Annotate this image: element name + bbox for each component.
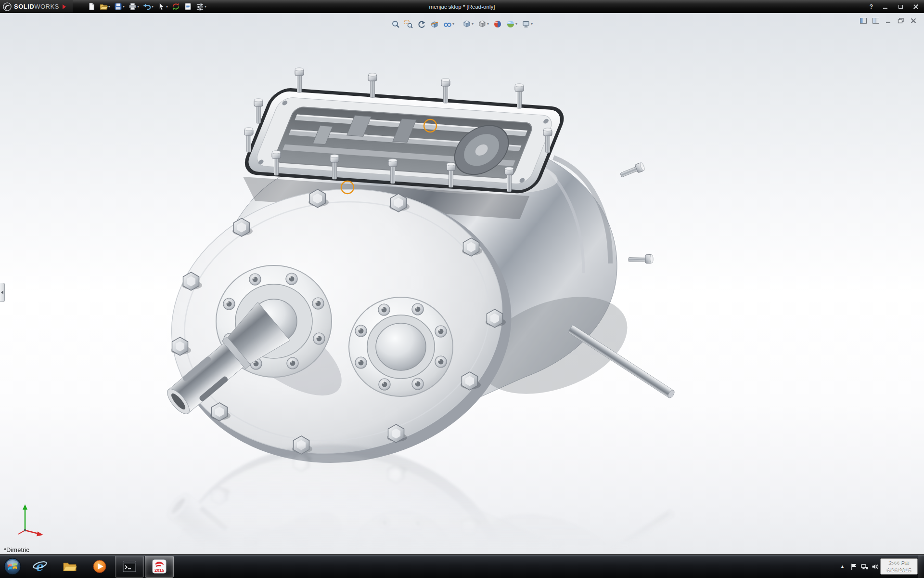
hide-show-items-button[interactable]: ▾ bbox=[442, 19, 456, 29]
help-button[interactable]: ? bbox=[868, 3, 875, 10]
start-button[interactable] bbox=[0, 555, 25, 578]
document-minimize-button[interactable] bbox=[884, 16, 893, 25]
previous-view-button[interactable] bbox=[416, 19, 427, 29]
network-icon bbox=[861, 563, 868, 570]
zoom-to-area-button[interactable] bbox=[403, 19, 414, 29]
view-settings-button[interactable]: ▾ bbox=[520, 19, 534, 29]
section-view-button[interactable] bbox=[429, 19, 440, 29]
orientation-triad bbox=[7, 499, 47, 539]
apply-scene-icon bbox=[506, 20, 515, 28]
show-desktop-button[interactable] bbox=[918, 555, 924, 578]
system-tray: ▲ bbox=[836, 555, 924, 578]
taskbar-media-player-button[interactable] bbox=[85, 556, 114, 578]
open-button[interactable]: ▾ bbox=[98, 1, 112, 12]
new-document-button[interactable] bbox=[86, 1, 97, 12]
split-pane-icon bbox=[873, 18, 879, 24]
apply-scene-button[interactable]: ▾ bbox=[505, 19, 519, 29]
undo-icon bbox=[143, 2, 151, 11]
brand-arrow-icon bbox=[63, 4, 66, 9]
windows-start-icon bbox=[3, 557, 22, 576]
new-document-icon bbox=[88, 2, 96, 11]
edit-appearance-button[interactable] bbox=[492, 19, 503, 29]
document-window-controls bbox=[859, 16, 918, 25]
taskbar-internet-explorer-button[interactable]: e bbox=[26, 556, 54, 578]
document-restore-button[interactable] bbox=[896, 16, 906, 25]
view-orientation-icon bbox=[462, 20, 471, 28]
options-icon bbox=[196, 2, 204, 11]
zoom-to-fit-icon bbox=[391, 20, 400, 28]
save-button[interactable]: ▾ bbox=[113, 1, 126, 12]
solidworks-logo: SOLIDWORKS bbox=[0, 0, 73, 13]
graphics-area[interactable]: ▾ ▾ ▾ bbox=[0, 13, 924, 554]
zoom-to-fit-button[interactable] bbox=[390, 19, 401, 29]
taskbar-clock[interactable]: 2:44 PM 6/26/2015 bbox=[880, 558, 918, 575]
taskbar-command-prompt-button[interactable] bbox=[115, 556, 144, 578]
featuremanager-pane-button[interactable] bbox=[859, 16, 868, 25]
solidworks-year-badge: 2015 bbox=[154, 568, 164, 573]
featuremanager-pane-icon bbox=[860, 18, 867, 24]
display-style-icon bbox=[478, 20, 487, 28]
split-pane-button[interactable] bbox=[871, 16, 881, 25]
network-button[interactable] bbox=[859, 555, 870, 578]
internet-explorer-icon: e bbox=[32, 559, 48, 574]
feature-panel-collapse-tab[interactable] bbox=[0, 283, 5, 302]
folder-icon bbox=[62, 559, 77, 574]
minimize-button[interactable] bbox=[880, 3, 890, 11]
file-properties-button[interactable] bbox=[182, 1, 193, 12]
document-title: menjac sklop * [Read-only] bbox=[429, 4, 495, 10]
taskbar-solidworks-button[interactable]: 2015 bbox=[145, 556, 174, 578]
maximize-button[interactable] bbox=[895, 3, 906, 11]
options-button[interactable]: ▾ bbox=[194, 1, 208, 12]
volume-icon bbox=[872, 563, 879, 570]
rebuild-button[interactable] bbox=[170, 1, 181, 12]
document-minimize-icon bbox=[885, 18, 892, 24]
previous-view-icon bbox=[417, 20, 426, 28]
desktop: SOLIDWORKS ▾ bbox=[0, 0, 924, 578]
dassault-systemes-icon bbox=[3, 2, 12, 11]
hide-show-items-icon bbox=[443, 20, 452, 28]
section-view-icon bbox=[430, 20, 439, 28]
print-button[interactable]: ▾ bbox=[127, 1, 141, 12]
taskbar-apps: e bbox=[25, 555, 174, 578]
select-button[interactable]: ▾ bbox=[156, 1, 169, 12]
close-button[interactable] bbox=[911, 3, 921, 11]
show-hidden-icons-button[interactable]: ▲ bbox=[836, 562, 848, 571]
save-icon bbox=[114, 2, 122, 11]
volume-button[interactable] bbox=[870, 555, 880, 578]
titlebar: SOLIDWORKS ▾ bbox=[0, 0, 924, 13]
view-orientation-button[interactable]: ▾ bbox=[461, 19, 475, 29]
document-restore-icon bbox=[898, 18, 904, 24]
action-center-flag-icon bbox=[850, 563, 858, 570]
clock-time: 2:44 PM bbox=[883, 559, 915, 566]
print-icon bbox=[128, 2, 137, 11]
gearbox-model[interactable] bbox=[0, 13, 924, 554]
clock-date: 6/26/2015 bbox=[883, 566, 915, 574]
heads-up-view-toolbar: ▾ ▾ ▾ bbox=[390, 19, 534, 29]
standard-toolbar: ▾ ▾ ▾ bbox=[86, 1, 208, 12]
undo-button[interactable]: ▾ bbox=[141, 1, 155, 12]
titlebar-controls: ? bbox=[868, 0, 921, 13]
solidworks-icon: 2015 bbox=[152, 559, 167, 574]
taskbar: e bbox=[0, 554, 924, 578]
collapse-arrow-icon bbox=[1, 290, 3, 294]
maximize-icon bbox=[898, 5, 903, 9]
document-close-button[interactable] bbox=[909, 16, 918, 25]
view-orientation-label: *Dimetric bbox=[4, 546, 29, 553]
minimize-icon bbox=[883, 8, 887, 9]
close-icon bbox=[913, 4, 918, 9]
open-folder-icon bbox=[100, 2, 108, 11]
display-style-button[interactable]: ▾ bbox=[476, 19, 490, 29]
rebuild-icon bbox=[172, 2, 180, 11]
zoom-to-area-icon bbox=[404, 20, 413, 28]
edit-appearance-icon bbox=[493, 20, 502, 28]
command-prompt-icon bbox=[122, 559, 137, 574]
view-settings-icon bbox=[522, 20, 530, 28]
brand-name: SOLIDWORKS bbox=[14, 3, 59, 10]
file-properties-icon bbox=[184, 2, 192, 11]
media-player-icon bbox=[92, 559, 107, 574]
document-close-icon bbox=[910, 18, 917, 24]
taskbar-windows-explorer-button[interactable] bbox=[55, 556, 84, 578]
select-cursor-icon bbox=[157, 2, 166, 11]
action-center-button[interactable] bbox=[848, 555, 859, 578]
